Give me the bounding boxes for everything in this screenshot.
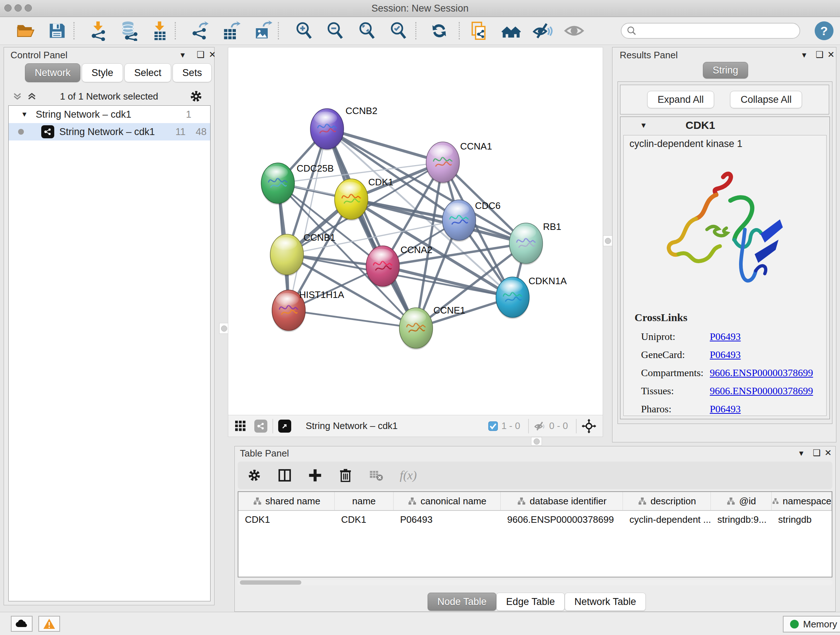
tab-string[interactable]: String (703, 62, 748, 79)
network-node-cdc6[interactable] (442, 200, 476, 242)
import-network-file-button[interactable] (87, 20, 109, 42)
table-cell[interactable]: CDK1 (335, 511, 393, 528)
memory-button[interactable]: Memory (783, 616, 840, 632)
column-header[interactable]: name (335, 492, 393, 510)
column-header[interactable]: shared name (238, 492, 335, 510)
warnings-button[interactable] (38, 616, 60, 632)
splitter-handle[interactable] (531, 437, 542, 446)
column-header[interactable]: @id (711, 492, 772, 510)
column-header[interactable]: canonical name (393, 492, 501, 510)
table-cell[interactable]: stringdb:9... (711, 511, 772, 528)
table-cell[interactable]: cyclin-dependent ... (623, 511, 711, 528)
help-button[interactable]: ? (815, 21, 834, 40)
tab-node-table[interactable]: Node Table (428, 593, 496, 611)
network-view[interactable]: CCNB2CCNA1CDC25BCDK1CDC6RB1CCNB1CCNA2CDK… (228, 47, 603, 437)
panel-menu-icon[interactable]: ▼ (798, 449, 805, 458)
zoom-selected-button[interactable] (388, 20, 409, 42)
left-splitter[interactable] (215, 47, 228, 605)
network-node-ccnb1[interactable] (270, 234, 304, 276)
zoom-in-button[interactable] (294, 20, 315, 42)
zoom-out-button[interactable] (325, 20, 346, 42)
right-splitter[interactable] (603, 47, 612, 442)
import-table-button[interactable] (149, 20, 171, 42)
network-node-rb1[interactable] (509, 223, 543, 265)
network-collection-row[interactable]: ▼ String Network – cdk1 1 (9, 106, 210, 123)
table-cell[interactable]: 9606.ENSP00000378699 (501, 511, 623, 528)
network-node-cdkn1a[interactable] (496, 277, 530, 319)
crosslink-value-link[interactable]: P06493 (710, 403, 741, 415)
tab-sets[interactable]: Sets (172, 63, 212, 82)
zoom-fit-button[interactable] (356, 20, 378, 42)
splitter-handle[interactable] (603, 235, 613, 246)
export-table-button[interactable] (220, 20, 242, 42)
splitter-handle[interactable] (219, 323, 229, 334)
table-hscrollbar[interactable] (238, 580, 832, 585)
collapse-all-button[interactable]: Collapse All (730, 91, 802, 108)
column-header[interactable]: description (623, 492, 711, 510)
float-panel-icon[interactable]: ❑ (813, 448, 821, 458)
network-edge[interactable] (289, 129, 327, 310)
crosslink-value-link[interactable]: P06493 (710, 349, 741, 361)
table-cell[interactable]: CDK1 (238, 511, 335, 528)
node-table[interactable]: shared namenamecanonical namedatabase id… (238, 491, 832, 578)
panel-menu-icon[interactable]: ▼ (801, 51, 808, 59)
fit-content-crosshair-icon[interactable] (582, 419, 596, 433)
network-node-ccnb2[interactable] (310, 109, 344, 150)
tab-label: Node Table (437, 596, 486, 608)
show-all-networks-button[interactable] (500, 20, 522, 42)
collection-expander-icon[interactable]: ▼ (21, 111, 28, 119)
import-network-database-button[interactable] (118, 20, 140, 42)
search-input[interactable] (637, 25, 783, 36)
network-view-mode-icon[interactable] (254, 420, 267, 432)
network-node-ccne1[interactable] (399, 308, 433, 350)
close-panel-icon[interactable]: ✕ (824, 448, 832, 458)
crosslink-value-link[interactable]: P06493 (710, 331, 741, 342)
duplicate-network-button[interactable] (468, 20, 490, 42)
grid-view-icon[interactable] (234, 420, 247, 432)
gear-icon[interactable] (189, 89, 203, 103)
save-session-button[interactable] (46, 20, 68, 42)
add-column-icon[interactable] (308, 468, 322, 483)
column-header[interactable]: namespace (772, 492, 832, 510)
network-name: String Network – cdk1 (59, 126, 155, 138)
tab-select[interactable]: Select (125, 63, 171, 82)
expand-all-button[interactable]: Expand All (647, 91, 714, 108)
tab-network-table[interactable]: Network Table (565, 593, 646, 611)
gear-icon[interactable] (247, 468, 262, 483)
network-node-ccna1[interactable] (426, 142, 460, 184)
export-image-button[interactable] (252, 20, 273, 42)
hide-selected-button[interactable] (532, 20, 554, 42)
detach-view-icon[interactable] (278, 420, 291, 432)
network-node-cdk1[interactable] (334, 179, 368, 221)
entry-expander-icon[interactable]: ▼ (640, 121, 647, 130)
apply-layout-button[interactable] (428, 20, 450, 42)
panel-menu-icon[interactable]: ▼ (179, 51, 186, 59)
crosslink-value-link[interactable]: 9606.ENSP00000378699 (710, 385, 813, 397)
network-graph[interactable]: CCNB2CCNA1CDC25BCDK1CDC6RB1CCNB1CCNA2CDK… (228, 48, 603, 415)
search-box[interactable] (621, 23, 800, 39)
network-row[interactable]: String Network – cdk1 11 48 (9, 123, 210, 141)
table-row[interactable]: CDK1CDK1P064939606.ENSP00000378699cyclin… (238, 511, 832, 528)
network-edge[interactable] (289, 310, 416, 328)
show-hidden-button[interactable] (563, 20, 585, 42)
crosslink-value-link[interactable]: 9606.ENSP00000378699 (710, 367, 813, 379)
network-node-cdc25b[interactable] (261, 163, 295, 205)
show-columns-icon[interactable] (278, 468, 292, 483)
selected-checkbox-icon[interactable] (488, 421, 499, 432)
tab-style[interactable]: Style (82, 63, 123, 82)
table-cell[interactable]: stringdb (772, 511, 832, 528)
table-cell[interactable]: P06493 (393, 511, 501, 528)
cloud-button[interactable] (11, 616, 33, 632)
export-network-button[interactable] (189, 20, 210, 42)
close-panel-icon[interactable]: ✕ (827, 50, 835, 60)
float-panel-icon[interactable]: ❑ (816, 50, 824, 60)
tab-network[interactable]: Network (25, 63, 80, 82)
float-panel-icon[interactable]: ❑ (197, 50, 205, 60)
function-builder-button[interactable]: f(x) (400, 469, 417, 482)
network-node-ccna2[interactable] (366, 246, 400, 288)
tab-edge-table[interactable]: Edge Table (496, 593, 565, 611)
scrollbar-thumb[interactable] (240, 580, 302, 585)
delete-column-icon[interactable] (338, 468, 353, 483)
column-header[interactable]: database identifier (501, 492, 623, 510)
open-session-button[interactable] (15, 20, 36, 42)
